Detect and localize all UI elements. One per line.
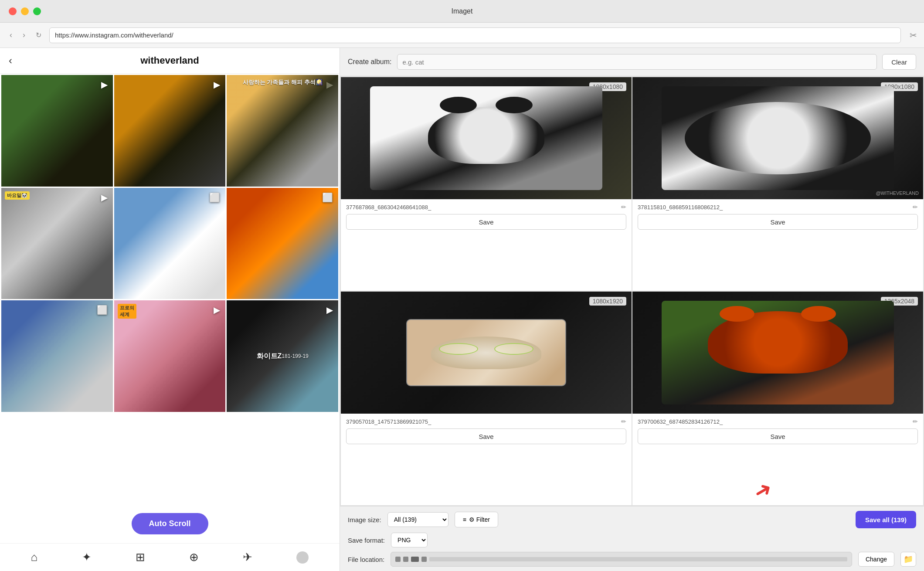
feed-grid: ▶ ▶ ▶ 사랑하는 가족들과 해피 추석🎑 ▶ 바요밀🐼 ⬜ bbox=[0, 74, 340, 413]
feed-cell[interactable]: ▶ 화이트Z181-199-19 bbox=[227, 300, 338, 412]
close-button[interactable] bbox=[9, 7, 17, 15]
feed-username: witheverland bbox=[140, 55, 199, 66]
image-preview: 1080x1080 bbox=[341, 77, 632, 199]
filter-icon: ≡ bbox=[463, 516, 466, 523]
url-input[interactable] bbox=[49, 27, 901, 43]
edit-icon[interactable]: ✏ bbox=[621, 204, 626, 211]
insta-bottom-nav: ⌂ ✦ ⊞ ⊕ ✈ bbox=[0, 543, 340, 571]
edit-icon[interactable]: ✏ bbox=[621, 418, 626, 425]
feed-cell[interactable]: ⬜ bbox=[227, 188, 338, 299]
feed-back-button[interactable]: ‹ bbox=[9, 54, 12, 67]
window-controls bbox=[9, 7, 41, 15]
explore-nav-icon[interactable]: ✦ bbox=[82, 551, 92, 564]
album-label: Create album: bbox=[348, 58, 392, 66]
minimize-button[interactable] bbox=[21, 7, 29, 15]
size-row: Image size: All (139) Large Medium Small… bbox=[348, 511, 916, 528]
forward-button[interactable]: › bbox=[20, 29, 28, 41]
reels-nav-icon[interactable]: ⊞ bbox=[136, 551, 145, 564]
path-segment bbox=[403, 557, 408, 562]
carousel-icon: ⬜ bbox=[97, 305, 108, 315]
add-nav-icon[interactable]: ⊕ bbox=[189, 551, 199, 564]
image-size-select[interactable]: All (139) Large Medium Small bbox=[387, 512, 448, 527]
image-card: 1080x1920 379057018_1475713869921075_ ✏ … bbox=[341, 292, 632, 505]
carousel-icon: ⬜ bbox=[322, 192, 333, 203]
feed-cell[interactable]: ▶ bbox=[114, 75, 226, 187]
edit-icon[interactable]: ✏ bbox=[913, 418, 918, 425]
filter-button[interactable]: ≡ ⚙ Filter bbox=[455, 512, 498, 527]
image-card: 1080x1080 377687868_6863042468641088_ ✏ … bbox=[341, 77, 632, 291]
bookmark-icon[interactable]: ✂ bbox=[910, 30, 917, 41]
open-folder-button[interactable]: 📁 bbox=[900, 552, 916, 567]
maximize-button[interactable] bbox=[33, 7, 41, 15]
image-preview: 1080x1080 @WITHEVERLAND bbox=[632, 77, 923, 199]
format-row: Save format: PNG JPG WEBP bbox=[348, 533, 916, 547]
image-card: 1365x2048 379700632_6874852834126712_ ✏ … bbox=[632, 292, 923, 505]
album-input[interactable] bbox=[397, 54, 877, 70]
file-location-label: File location: bbox=[348, 556, 384, 563]
feed-cell[interactable]: ▶ 프로의세계 bbox=[114, 300, 226, 412]
image-filename: 379057018_1475713869921075_ bbox=[346, 418, 618, 425]
save-image-button[interactable]: Save bbox=[638, 428, 918, 444]
image-card-body: 379057018_1475713869921075_ ✏ Save bbox=[341, 414, 632, 449]
save-image-button[interactable]: Save bbox=[638, 214, 918, 230]
filename-row: 379057018_1475713869921075_ ✏ bbox=[346, 418, 626, 425]
image-filename: 377687868_6863042468641088_ bbox=[346, 204, 618, 211]
feed-cell[interactable]: ▶ 바요밀🐼 bbox=[1, 188, 113, 299]
feed-cell[interactable]: ⬜ bbox=[1, 300, 113, 412]
feed-header: ‹ witheverland bbox=[0, 48, 340, 74]
autoscroll-button[interactable]: Auto Scroll bbox=[131, 513, 208, 534]
path-segment bbox=[421, 557, 427, 562]
path-segment bbox=[395, 557, 401, 562]
filename-row: 379700632_6874852834126712_ ✏ bbox=[638, 418, 918, 425]
image-preview: 1365x2048 bbox=[632, 292, 923, 414]
video-icon: ▶ bbox=[214, 79, 220, 90]
image-filename: 379700632_6874852834126712_ bbox=[638, 418, 909, 425]
edit-icon[interactable]: ✏ bbox=[913, 204, 918, 211]
feed-panel: ‹ witheverland ▶ ▶ ▶ 사랑하는 가족들과 해피 추석🎑 bbox=[0, 48, 340, 571]
save-image-button[interactable]: Save bbox=[346, 214, 626, 230]
clear-button[interactable]: Clear bbox=[882, 54, 916, 70]
path-segment bbox=[411, 557, 419, 562]
image-card-body: 378115810_6868591168086212_ ✏ Save bbox=[632, 199, 923, 234]
titlebar: Imaget bbox=[0, 0, 924, 23]
feed-cell[interactable]: ⬜ bbox=[114, 188, 226, 299]
folder-icon: 📁 bbox=[904, 554, 913, 564]
album-bar: Create album: Clear bbox=[340, 48, 924, 76]
images-grid: 1080x1080 377687868_6863042468641088_ ✏ … bbox=[340, 76, 924, 506]
change-location-button[interactable]: Change bbox=[858, 552, 894, 567]
main-layout: ‹ witheverland ▶ ▶ ▶ 사랑하는 가족들과 해피 추석🎑 bbox=[0, 48, 924, 571]
feed-cell[interactable]: ▶ 사랑하는 가족들과 해피 추석🎑 bbox=[227, 75, 338, 187]
filter-label: ⚙ Filter bbox=[469, 516, 490, 523]
image-preview: 1080x1920 bbox=[341, 292, 632, 414]
back-button[interactable]: ‹ bbox=[7, 29, 15, 41]
video-icon: ▶ bbox=[214, 305, 220, 315]
video-icon: ▶ bbox=[101, 79, 108, 90]
image-size-label: Image size: bbox=[348, 516, 381, 523]
filename-row: 378115810_6868591168086212_ ✏ bbox=[638, 204, 918, 211]
profile-nav-icon[interactable] bbox=[296, 551, 309, 564]
save-image-button[interactable]: Save bbox=[346, 428, 626, 444]
file-location-bar bbox=[391, 552, 852, 567]
image-dim-3: 1080x1920 bbox=[589, 297, 626, 306]
feed-grid-wrap: ▶ ▶ ▶ 사랑하는 가족들과 해피 추석🎑 ▶ 바요밀🐼 ⬜ bbox=[0, 74, 340, 543]
format-select[interactable]: PNG JPG WEBP bbox=[391, 533, 428, 547]
reload-button[interactable]: ↻ bbox=[33, 29, 44, 41]
path-fill bbox=[429, 557, 847, 561]
image-card-body: 377687868_6863042468641088_ ✏ Save bbox=[341, 199, 632, 234]
video-icon: ▶ bbox=[101, 192, 108, 203]
filename-row: 377687868_6863042468641088_ ✏ bbox=[346, 204, 626, 211]
bottom-toolbar: Image size: All (139) Large Medium Small… bbox=[340, 506, 924, 571]
save-all-button[interactable]: Save all (139) bbox=[856, 511, 916, 528]
activity-nav-icon[interactable]: ✈ bbox=[243, 551, 252, 564]
app-title: Imaget bbox=[452, 7, 473, 15]
feed-cell[interactable]: ▶ bbox=[1, 75, 113, 187]
browser-bar: ‹ › ↻ ✂ bbox=[0, 23, 924, 48]
file-location-row: File location: Change 📁 bbox=[348, 552, 916, 567]
home-nav-icon[interactable]: ⌂ bbox=[31, 551, 38, 564]
right-panel: Create album: Clear 1080x1080 bbox=[340, 48, 924, 571]
save-format-label: Save format: bbox=[348, 537, 385, 544]
carousel-icon: ⬜ bbox=[209, 192, 220, 203]
image-filename: 378115810_6868591168086212_ bbox=[638, 204, 909, 211]
image-card-body: 379700632_6874852834126712_ ✏ Save bbox=[632, 414, 923, 449]
image-card: 1080x1080 @WITHEVERLAND 378115810_686859… bbox=[632, 77, 923, 291]
